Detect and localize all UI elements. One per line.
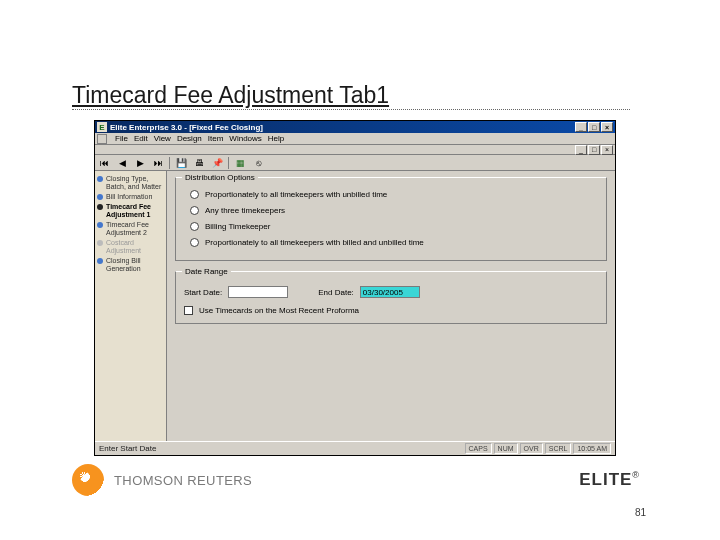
start-date-input[interactable] <box>228 286 288 298</box>
menu-design[interactable]: Design <box>177 134 202 143</box>
main-panel: Proportionately to all timekeepers with … <box>167 171 615 441</box>
radio-label: Billing Timekeeper <box>205 222 270 231</box>
child-maximize-button[interactable]: □ <box>588 145 600 155</box>
menu-view[interactable]: View <box>154 134 171 143</box>
window-title: Elite Enterprise 3.0 - [Fixed Fee Closin… <box>110 123 575 132</box>
status-num: NUM <box>494 443 518 454</box>
page-number: 81 <box>635 507 646 518</box>
toolbar: ⏮ ◀ ▶ ⏭ 💾 🖶 📌 ▦ ⎋ <box>95 155 615 171</box>
form-icon[interactable]: ▦ <box>233 156 247 169</box>
menu-file[interactable]: File <box>115 134 128 143</box>
doc-icon <box>97 134 107 144</box>
radio-icon <box>190 238 199 247</box>
radio-icon <box>190 206 199 215</box>
bullet-icon <box>97 176 103 182</box>
window-controls: _ □ × <box>575 122 613 132</box>
date-range-group: Start Date: End Date: 03/30/2005 Use Tim… <box>175 271 607 324</box>
bullet-icon <box>97 240 103 246</box>
pin-icon[interactable]: 📌 <box>210 156 224 169</box>
end-date-label: End Date: <box>318 288 354 297</box>
nav-last-icon[interactable]: ⏭ <box>151 156 165 169</box>
exit-icon[interactable]: ⎋ <box>251 156 265 169</box>
sidebar-item-tc-fee-adj-2[interactable]: Timecard Fee Adjustment 2 <box>97 220 164 238</box>
toolbar-separator-2 <box>228 157 229 169</box>
menu-windows[interactable]: Windows <box>229 134 261 143</box>
status-time: 10:05 AM <box>573 443 611 454</box>
sidebar-item-closing-bill-gen[interactable]: Closing Bill Generation <box>97 256 164 274</box>
radio-opt-any-three[interactable]: Any three timekeepers <box>184 204 598 220</box>
menu-help[interactable]: Help <box>268 134 284 143</box>
nav-next-icon[interactable]: ▶ <box>133 156 147 169</box>
sidebar-item-label: Bill Information <box>106 193 152 201</box>
status-caps: CAPS <box>465 443 492 454</box>
nav-first-icon[interactable]: ⏮ <box>97 156 111 169</box>
child-close-button[interactable]: × <box>601 145 613 155</box>
status-message: Enter Start Date <box>99 444 463 453</box>
bullet-icon <box>97 258 103 264</box>
sidebar-item-closing-type[interactable]: Closing Type, Batch, and Matter <box>97 174 164 192</box>
slide-title: Timecard Fee Adjustment Tab1 <box>72 82 389 109</box>
sidebar-nav: Closing Type, Batch, and Matter Bill Inf… <box>95 171 167 441</box>
tr-wordmark: THOMSON REUTERS <box>114 473 252 488</box>
status-ovr: OVR <box>520 443 543 454</box>
dates-row: Start Date: End Date: 03/30/2005 <box>184 282 598 302</box>
statusbar: Enter Start Date CAPS NUM OVR SCRL 10:05… <box>95 441 615 455</box>
distribution-options-group: Proportionately to all timekeepers with … <box>175 177 607 261</box>
elite-logo: ELITE® <box>579 470 640 490</box>
bullet-icon <box>97 204 103 210</box>
use-timecards-row[interactable]: Use Timecards on the Most Recent Proform… <box>184 302 598 315</box>
thomson-reuters-logo: THOMSON REUTERS <box>72 464 252 496</box>
child-window-controls: _ □ × <box>95 145 615 155</box>
app-window: E Elite Enterprise 3.0 - [Fixed Fee Clos… <box>94 120 616 456</box>
maximize-button[interactable]: □ <box>588 122 600 132</box>
radio-icon <box>190 222 199 231</box>
minimize-button[interactable]: _ <box>575 122 587 132</box>
end-date-input[interactable]: 03/30/2005 <box>360 286 420 298</box>
radio-icon <box>190 190 199 199</box>
bullet-icon <box>97 194 103 200</box>
sidebar-item-label: Closing Bill Generation <box>106 257 164 273</box>
window-body: Closing Type, Batch, and Matter Bill Inf… <box>95 171 615 441</box>
sidebar-item-label: Timecard Fee Adjustment 2 <box>106 221 164 237</box>
dotted-underline <box>72 109 630 110</box>
radio-opt-billed-unbilled[interactable]: Proportionately to all timekeepers with … <box>184 236 598 252</box>
save-icon[interactable]: 💾 <box>174 156 188 169</box>
status-scrl: SCRL <box>545 443 572 454</box>
sidebar-item-label: Costcard Adjustment <box>106 239 164 255</box>
sidebar-item-costcard-adj[interactable]: Costcard Adjustment <box>97 238 164 256</box>
titlebar: E Elite Enterprise 3.0 - [Fixed Fee Clos… <box>95 121 615 133</box>
radio-opt-billing-tk[interactable]: Billing Timekeeper <box>184 220 598 236</box>
tr-swirl-icon <box>72 464 104 496</box>
child-minimize-button[interactable]: _ <box>575 145 587 155</box>
radio-label: Proportionately to all timekeepers with … <box>205 238 424 247</box>
checkbox-label: Use Timecards on the Most Recent Proform… <box>199 306 359 315</box>
toolbar-separator <box>169 157 170 169</box>
radio-opt-unbilled[interactable]: Proportionately to all timekeepers with … <box>184 188 598 204</box>
sidebar-item-label: Timecard Fee Adjustment 1 <box>106 203 164 219</box>
bullet-icon <box>97 222 103 228</box>
close-button[interactable]: × <box>601 122 613 132</box>
menu-edit[interactable]: Edit <box>134 134 148 143</box>
sidebar-item-tc-fee-adj-1[interactable]: Timecard Fee Adjustment 1 <box>97 202 164 220</box>
sidebar-item-bill-info[interactable]: Bill Information <box>97 192 164 202</box>
menubar: File Edit View Design Item Windows Help <box>95 133 615 145</box>
start-date-label: Start Date: <box>184 288 222 297</box>
app-icon: E <box>97 122 107 132</box>
print-icon[interactable]: 🖶 <box>192 156 206 169</box>
sidebar-item-label: Closing Type, Batch, and Matter <box>106 175 164 191</box>
radio-label: Proportionately to all timekeepers with … <box>205 190 387 199</box>
radio-label: Any three timekeepers <box>205 206 285 215</box>
menu-item[interactable]: Item <box>208 134 224 143</box>
nav-prev-icon[interactable]: ◀ <box>115 156 129 169</box>
checkbox-icon <box>184 306 193 315</box>
